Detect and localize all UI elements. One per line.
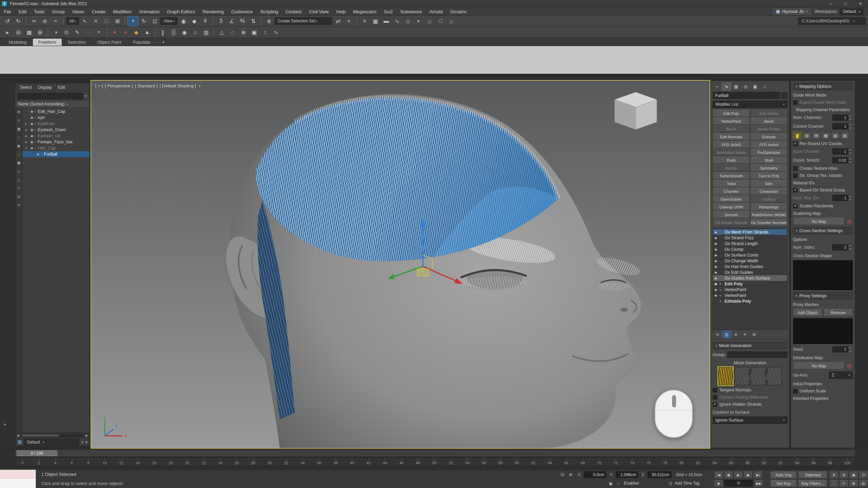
style-swatch[interactable] [17, 440, 22, 445]
visibility-icon[interactable]: ◉ [31, 134, 33, 138]
menu-item[interactable]: Substance [397, 9, 426, 14]
modifier-preset-button[interactable]: Skin [750, 180, 787, 187]
key-filters-button[interactable]: Key Filters... [798, 480, 827, 487]
visibility-icon[interactable]: ◉ [31, 122, 33, 125]
toolbar2-button-6[interactable]: ⊙ [61, 27, 72, 37]
toolbar2-button-24[interactable]: ∿ [271, 27, 281, 37]
cross-section-shape-preview[interactable] [793, 260, 853, 290]
menu-item[interactable]: Civil View [305, 9, 332, 14]
se-display-toggle-10[interactable]: ▽ [16, 185, 22, 191]
pin-stack-button[interactable]: ⊙ [713, 331, 722, 338]
ribbon-collapse-icon[interactable]: ▾ [162, 40, 164, 44]
rendered-frame-button[interactable]: □ [435, 16, 446, 26]
scene-horizontal-scrollbar[interactable]: ◀ ▶ [15, 432, 90, 438]
str-group-tex-islands-checkbox[interactable]: Str. Group Tex. Islands [793, 173, 853, 178]
key-mode-toggle[interactable]: ◆ [714, 480, 723, 487]
select-object-button[interactable]: ↖ [80, 16, 90, 26]
viewport-plus-menu[interactable]: [ + ] [95, 83, 103, 88]
modifier-stack-row[interactable]: ◉ Ox Hair from Guides [713, 264, 787, 269]
make-unique-button[interactable]: ∗ [732, 331, 740, 338]
modifier-preset-button[interactable]: Bend [750, 118, 787, 125]
keyboard-override-button[interactable]: # [200, 16, 210, 26]
current-frame-field[interactable]: 0 [724, 480, 753, 486]
viewport-shading-menu[interactable]: [ Default Shading ] [160, 83, 196, 88]
toolbar2-button-5[interactable]: ◑ [51, 27, 61, 37]
spinner-snap-button[interactable]: ⇅ [248, 16, 258, 26]
orbit-button[interactable]: ↻ [839, 480, 848, 487]
num-mat-ids-field[interactable]: 1 ▴▾ [832, 195, 853, 201]
go-to-end-button[interactable]: ▶▶ [754, 480, 763, 487]
map-type-button-2[interactable]: ▥ [803, 132, 811, 139]
toolbar2-button-22[interactable]: ▣ [249, 27, 259, 37]
menu-item[interactable]: Ornatrix [447, 9, 470, 14]
uniform-scale-checkbox[interactable]: Uniform Scale [793, 389, 853, 393]
create-texture-atlas-checkbox[interactable]: Create Texture Atlas [793, 166, 853, 171]
hierarchy-tab[interactable]: ▦ [732, 83, 741, 90]
modifier-stack-row[interactable]: ▸ Editable Poly [713, 298, 787, 304]
toolbar2-button-20[interactable]: ◇ [228, 27, 238, 37]
toolbar2-button-19[interactable]: △ [217, 27, 227, 37]
menu-item[interactable]: Edit [15, 9, 30, 14]
selection-region-button[interactable]: □ [101, 16, 112, 26]
go-to-end-button[interactable]: ▶| [753, 471, 763, 479]
modifier-preset-button[interactable]: PathDeform (WSM) [750, 211, 787, 218]
toolbar2-button-9[interactable]: ≈ [94, 27, 104, 37]
add-object-button[interactable]: Add Object [793, 309, 822, 316]
zoom-button[interactable]: ⊕ [829, 471, 839, 479]
maximize-button[interactable]: □ [838, 0, 853, 7]
menu-item[interactable]: Modifiers [109, 9, 135, 14]
viewport-filter-icon[interactable]: ▼ [198, 84, 202, 88]
visibility-icon[interactable]: ◉ [31, 146, 33, 150]
reference-coordinate-dropdown[interactable]: View [160, 17, 178, 25]
modifier-preset-button[interactable]: TurboSmooth [713, 172, 750, 179]
modifier-preset-button[interactable]: Surface [750, 196, 787, 203]
scrollbar-track[interactable] [21, 434, 83, 437]
visibility-icon[interactable]: ◉ [31, 140, 33, 144]
modifier-preset-button[interactable]: Bevel Profile [750, 125, 787, 133]
scattering-map-button[interactable]: No Map [793, 218, 845, 225]
menu-item[interactable]: Content [282, 9, 305, 14]
modifier-preset-button[interactable]: Chamfer [713, 188, 750, 195]
modifier-preset-button[interactable]: Unwrap UVW [713, 203, 750, 210]
modifier-stack-row[interactable]: ◉ ▸ VertexPaint [713, 292, 787, 298]
se-display-toggle-9[interactable]: △ [16, 177, 22, 182]
modifier-visibility-icon[interactable]: ◉ [714, 236, 718, 240]
modifier-preset-button[interactable]: Edit Poly [713, 110, 750, 117]
base-channel-field[interactable]: 1 ▴▾ [832, 148, 853, 155]
go-to-start-button[interactable]: |◀ [714, 471, 723, 479]
modifier-stack-row[interactable]: ◉ ▸ Edit Poly [713, 281, 787, 287]
use-pivot-center-button[interactable]: ◉ [178, 16, 189, 26]
render-setup-button[interactable]: ♨ [425, 16, 435, 26]
select-and-manipulate-button[interactable]: ◆ [189, 16, 199, 26]
pan-button[interactable]: ⇔ [829, 480, 839, 487]
modifier-stack-row[interactable]: ◉ Ox Surface Comb [713, 252, 787, 258]
menu-item[interactable]: Group [48, 9, 69, 14]
set-key-button[interactable]: Set Key [770, 480, 797, 487]
scene-search-input[interactable] [17, 93, 83, 99]
modifier-stack-row[interactable]: ◉ Ox Clump [713, 246, 787, 252]
spinner[interactable]: ▴▾ [848, 346, 853, 353]
se-display-toggle-1[interactable]: ⊞ [16, 109, 22, 115]
scene-object-row[interactable]: ▸ ◉ ○ Eyebrow [23, 121, 90, 127]
modifier-preset-button[interactable]: CreaseSet [750, 188, 787, 195]
expand-panel-icon[interactable]: ▸ [4, 422, 6, 427]
previous-frame-button[interactable]: ◀| [724, 471, 733, 479]
menu-item[interactable]: GoZ [380, 9, 396, 14]
toolbar2-button-23[interactable]: ↕ [260, 27, 270, 37]
expand-arrow-icon[interactable]: ▸ [25, 140, 29, 144]
next-frame-button[interactable]: |▶ [744, 471, 753, 479]
group-input[interactable] [727, 351, 787, 358]
remove-button[interactable]: Remove [824, 309, 853, 316]
toolbar2-button-15[interactable]: ▒ [169, 27, 179, 37]
explorer-preset-dropdown[interactable]: Default ▾ [24, 439, 79, 445]
modifier-visibility-icon[interactable]: ◉ [714, 230, 718, 234]
visibility-icon[interactable]: ◉ [31, 116, 33, 119]
material-editor-button[interactable]: ◐ [414, 16, 424, 26]
explorer-settings-icon[interactable]: ≡ [81, 440, 83, 445]
bind-to-space-warp-button[interactable]: ≈ [51, 16, 61, 26]
visibility-icon[interactable]: ◉ [31, 110, 33, 113]
spinner[interactable]: ▴▾ [848, 114, 853, 121]
modifier-preset-button[interactable]: Extrude [750, 133, 787, 140]
modifier-preset-button[interactable]: Push [713, 157, 750, 164]
redo-button[interactable]: ↻ [13, 16, 23, 26]
